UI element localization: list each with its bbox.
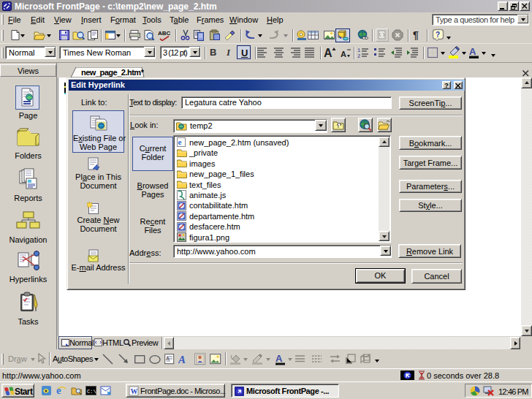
svg-text:A: A: [341, 50, 346, 58]
svg-text:?: ?: [436, 31, 440, 39]
svg-text:A: A: [178, 354, 186, 365]
svg-text:C:\: C:\: [87, 389, 96, 395]
svg-text:A: A: [276, 353, 283, 364]
svg-text:W: W: [131, 387, 138, 395]
svg-text:ABC: ABC: [158, 30, 170, 37]
svg-text:A: A: [324, 47, 332, 59]
svg-text:e: e: [178, 137, 182, 146]
svg-text:2: 2: [357, 53, 360, 58]
svg-text:A: A: [469, 46, 476, 57]
svg-text:1: 1: [357, 48, 360, 53]
svg-text:A: A: [166, 356, 170, 361]
svg-text:e: e: [56, 384, 61, 396]
